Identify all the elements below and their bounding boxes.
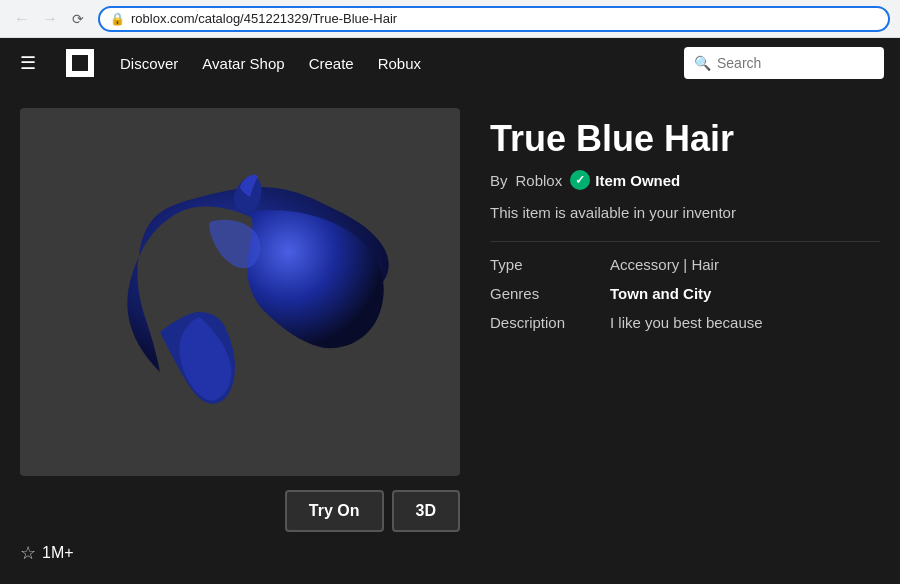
divider-1 [490,241,880,242]
meta-label-genres: Genres [490,285,590,302]
item-title: True Blue Hair [490,118,880,160]
owned-badge: ✓ Item Owned [570,170,680,190]
item-image-container [20,108,460,476]
item-meta: Type Accessory | Hair Genres Town and Ci… [490,256,880,331]
url-text: roblox.com/catalog/451221329/True-Blue-H… [131,11,397,26]
meta-row-type: Type Accessory | Hair [490,256,880,273]
back-button[interactable]: ← [10,7,34,31]
creator-name[interactable]: Roblox [516,172,563,189]
item-details: True Blue Hair By Roblox ✓ Item Owned Th… [490,108,880,564]
hamburger-icon: ☰ [20,53,36,73]
meta-row-genres: Genres Town and City [490,285,880,302]
nav-avatar-shop[interactable]: Avatar Shop [202,55,284,72]
action-buttons: Try On 3D [20,490,460,532]
nav-robux[interactable]: Robux [378,55,421,72]
lock-icon: 🔒 [110,12,125,26]
search-input[interactable] [717,55,874,71]
browser-chrome: ← → ⟳ 🔒 roblox.com/catalog/451221329/Tru… [0,0,900,38]
meta-value-type: Accessory | Hair [610,256,719,273]
main-content: Try On 3D ☆ 1M+ True Blue Hair By Roblox… [0,88,900,584]
item-preview-section: Try On 3D ☆ 1M+ [20,108,460,564]
item-stats: ☆ 1M+ [20,542,460,564]
forward-button[interactable]: → [38,7,62,31]
nav-discover[interactable]: Discover [120,55,178,72]
search-icon: 🔍 [694,55,711,71]
meta-value-description: I like you best because [610,314,763,331]
item-availability: This item is available in your inventor [490,204,880,221]
meta-value-genres: Town and City [610,285,711,302]
star-icon: ☆ [20,542,36,564]
nav-create[interactable]: Create [309,55,354,72]
refresh-button[interactable]: ⟳ [66,7,90,31]
favorites-count: 1M+ [42,544,74,562]
svg-rect-1 [72,55,88,71]
item-creator: By Roblox ✓ Item Owned [490,170,880,190]
nav-buttons: ← → ⟳ [10,7,90,31]
roblox-logo[interactable] [64,47,96,79]
meta-label-description: Description [490,314,590,331]
creator-prefix: By [490,172,508,189]
hamburger-button[interactable]: ☰ [16,48,40,78]
item-hair-visual [80,132,400,452]
search-box: 🔍 [684,47,884,79]
meta-row-description: Description I like you best because [490,314,880,331]
meta-label-type: Type [490,256,590,273]
3d-button[interactable]: 3D [392,490,460,532]
owned-check-icon: ✓ [570,170,590,190]
address-bar[interactable]: 🔒 roblox.com/catalog/451221329/True-Blue… [98,6,890,32]
nav-links: Discover Avatar Shop Create Robux [120,55,421,72]
try-on-button[interactable]: Try On [285,490,384,532]
navbar: ☰ Discover Avatar Shop Create Robux 🔍 [0,38,900,88]
owned-label: Item Owned [595,172,680,189]
